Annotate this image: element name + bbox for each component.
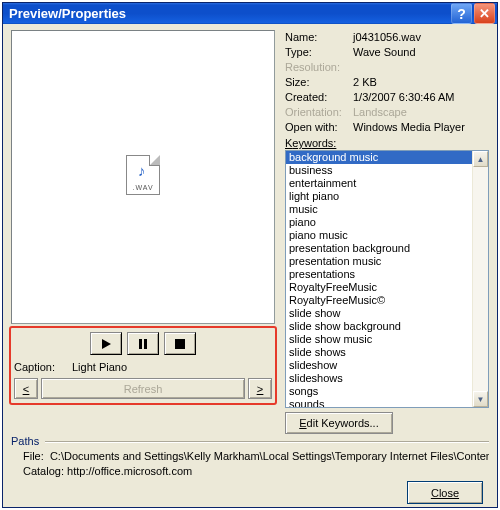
- keyword-item[interactable]: RoyaltyFreeMusic: [286, 281, 472, 294]
- keyword-item[interactable]: slideshow: [286, 359, 472, 372]
- keyword-item[interactable]: RoyaltyFreeMusic©: [286, 294, 472, 307]
- prev-button[interactable]: <: [14, 378, 38, 399]
- size-value: 2 KB: [353, 75, 489, 89]
- file-path-row: File: C:\Documents and Settings\Kelly Ma…: [11, 450, 489, 462]
- stop-button[interactable]: [164, 332, 196, 355]
- keyword-item[interactable]: business: [286, 164, 472, 177]
- svg-rect-2: [144, 339, 147, 349]
- caption-label: Caption:: [14, 361, 66, 373]
- wav-file-icon: ♪ .WAV: [126, 155, 160, 199]
- refresh-button[interactable]: Refresh: [41, 378, 245, 399]
- keyword-item[interactable]: entertainment: [286, 177, 472, 190]
- preview-pane: ♪ .WAV: [11, 30, 275, 324]
- keyword-item[interactable]: slide show background: [286, 320, 472, 333]
- created-value: 1/3/2007 6:30:46 AM: [353, 90, 489, 104]
- music-note-icon: ♪: [138, 162, 146, 179]
- edit-keywords-button[interactable]: Edit Keywords...: [285, 412, 393, 434]
- keywords-listbox[interactable]: background musicbusinessentertainmentlig…: [285, 150, 489, 408]
- keyword-item[interactable]: light piano: [286, 190, 472, 203]
- caption-value: Light Piano: [72, 361, 127, 373]
- keyword-item[interactable]: piano: [286, 216, 472, 229]
- resolution-label: Resolution:: [285, 60, 353, 74]
- keywords-label: Keywords:: [285, 137, 489, 149]
- keyword-item[interactable]: music: [286, 203, 472, 216]
- paths-group-label: Paths: [11, 435, 489, 447]
- playback-controls-region: Caption: Light Piano < Refresh >: [9, 326, 277, 405]
- keywords-scrollbar[interactable]: ▲ ▼: [472, 151, 488, 407]
- pause-button[interactable]: [127, 332, 159, 355]
- name-value: j0431056.wav: [353, 30, 489, 44]
- orientation-label: Orientation:: [285, 105, 353, 119]
- keyword-item[interactable]: slideshows: [286, 372, 472, 385]
- help-button[interactable]: ?: [451, 3, 472, 24]
- openwith-label: Open with:: [285, 120, 353, 134]
- svg-rect-3: [175, 339, 185, 349]
- keyword-item[interactable]: slide shows: [286, 346, 472, 359]
- window-title: Preview/Properties: [9, 6, 451, 21]
- keyword-item[interactable]: songs: [286, 385, 472, 398]
- resolution-value: [353, 60, 489, 74]
- svg-rect-1: [139, 339, 142, 349]
- size-label: Size:: [285, 75, 353, 89]
- type-label: Type:: [285, 45, 353, 59]
- keyword-item[interactable]: slide show: [286, 307, 472, 320]
- keyword-item[interactable]: background music: [286, 151, 472, 164]
- svg-marker-0: [102, 339, 111, 349]
- keyword-item[interactable]: slide show music: [286, 333, 472, 346]
- orientation-value: Landscape: [353, 105, 489, 119]
- type-value: Wave Sound: [353, 45, 489, 59]
- keyword-item[interactable]: presentation background: [286, 242, 472, 255]
- keyword-item[interactable]: presentation music: [286, 255, 472, 268]
- titlebar: Preview/Properties ? ✕: [3, 3, 497, 24]
- keyword-item[interactable]: piano music: [286, 229, 472, 242]
- scroll-down-icon[interactable]: ▼: [473, 391, 488, 407]
- scroll-up-icon[interactable]: ▲: [473, 151, 488, 167]
- keyword-item[interactable]: presentations: [286, 268, 472, 281]
- openwith-value: Windows Media Player: [353, 120, 489, 134]
- next-button[interactable]: >: [248, 378, 272, 399]
- close-button[interactable]: Close: [407, 481, 483, 504]
- catalog-path-row: Catalog: http://office.microsoft.com: [11, 465, 489, 477]
- created-label: Created:: [285, 90, 353, 104]
- close-window-button[interactable]: ✕: [474, 3, 495, 24]
- keyword-item[interactable]: sounds: [286, 398, 472, 407]
- play-button[interactable]: [90, 332, 122, 355]
- preview-properties-dialog: Preview/Properties ? ✕ ♪ .WAV: [2, 2, 498, 508]
- name-label: Name:: [285, 30, 353, 44]
